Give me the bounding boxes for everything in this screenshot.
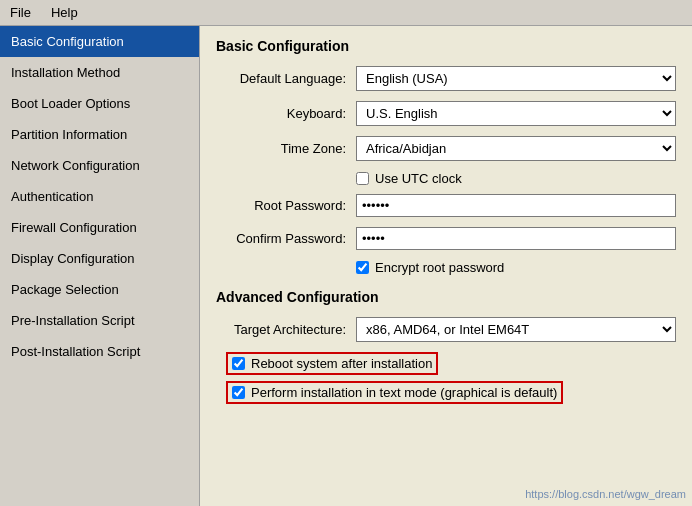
sidebar-item-basic-configuration[interactable]: Basic Configuration [0,26,199,57]
sidebar-item-network-configuration[interactable]: Network Configuration [0,150,199,181]
sidebar: Basic ConfigurationInstallation MethodBo… [0,26,200,506]
default-language-label: Default Language: [216,71,356,86]
confirm-password-label: Confirm Password: [216,231,356,246]
sidebar-item-partition-information[interactable]: Partition Information [0,119,199,150]
keyboard-label: Keyboard: [216,106,356,121]
timezone-field[interactable]: Africa/Abidjan [356,136,676,161]
utc-clock-checkbox[interactable] [356,172,369,185]
default-language-select[interactable]: English (USA) [356,66,676,91]
default-language-row: Default Language: English (USA) [216,66,676,91]
main-container: Basic ConfigurationInstallation MethodBo… [0,26,692,506]
watermark: https://blog.csdn.net/wgw_dream [525,488,686,500]
advanced-section: Advanced Configuration Target Architectu… [216,289,676,404]
sidebar-item-display-configuration[interactable]: Display Configuration [0,243,199,274]
keyboard-field[interactable]: U.S. English [356,101,676,126]
advanced-checkboxes: Reboot system after installation Perform… [216,352,676,404]
root-password-field[interactable] [356,194,676,217]
sidebar-item-package-selection[interactable]: Package Selection [0,274,199,305]
keyboard-select[interactable]: U.S. English [356,101,676,126]
text-mode-label: Perform installation in text mode (graph… [251,385,557,400]
sidebar-item-authentication[interactable]: Authentication [0,181,199,212]
reboot-label-highlight[interactable]: Reboot system after installation [226,352,438,375]
target-arch-select[interactable]: x86, AMD64, or Intel EM64T [356,317,676,342]
root-password-row: Root Password: [216,194,676,217]
encrypt-root-label: Encrypt root password [375,260,504,275]
encrypt-root-row: Encrypt root password [216,260,676,275]
sidebar-item-pre-installation-script[interactable]: Pre-Installation Script [0,305,199,336]
sidebar-item-boot-loader-options[interactable]: Boot Loader Options [0,88,199,119]
target-arch-field[interactable]: x86, AMD64, or Intel EM64T [356,317,676,342]
root-password-label: Root Password: [216,198,356,213]
root-password-input[interactable] [356,194,676,217]
reboot-label: Reboot system after installation [251,356,432,371]
confirm-password-field[interactable] [356,227,676,250]
timezone-select[interactable]: Africa/Abidjan [356,136,676,161]
text-mode-row: Perform installation in text mode (graph… [226,381,676,404]
sidebar-item-firewall-configuration[interactable]: Firewall Configuration [0,212,199,243]
menubar: File Help [0,0,692,26]
target-arch-row: Target Architecture: x86, AMD64, or Inte… [216,317,676,342]
sidebar-item-installation-method[interactable]: Installation Method [0,57,199,88]
confirm-password-row: Confirm Password: [216,227,676,250]
content-area: Basic Configuration Default Language: En… [200,26,692,506]
utc-clock-label: Use UTC clock [375,171,462,186]
text-mode-checkbox[interactable] [232,386,245,399]
encrypt-root-checkbox[interactable] [356,261,369,274]
section-title: Basic Configuration [216,38,676,54]
advanced-section-title: Advanced Configuration [216,289,676,305]
sidebar-item-post-installation-script[interactable]: Post-Installation Script [0,336,199,367]
default-language-field[interactable]: English (USA) [356,66,676,91]
utc-clock-row: Use UTC clock [216,171,676,186]
target-arch-label: Target Architecture: [216,322,356,337]
help-menu[interactable]: Help [47,3,82,22]
keyboard-row: Keyboard: U.S. English [216,101,676,126]
timezone-row: Time Zone: Africa/Abidjan [216,136,676,161]
confirm-password-input[interactable] [356,227,676,250]
file-menu[interactable]: File [6,3,35,22]
reboot-checkbox[interactable] [232,357,245,370]
text-mode-label-highlight[interactable]: Perform installation in text mode (graph… [226,381,563,404]
reboot-row: Reboot system after installation [226,352,676,375]
timezone-label: Time Zone: [216,141,356,156]
